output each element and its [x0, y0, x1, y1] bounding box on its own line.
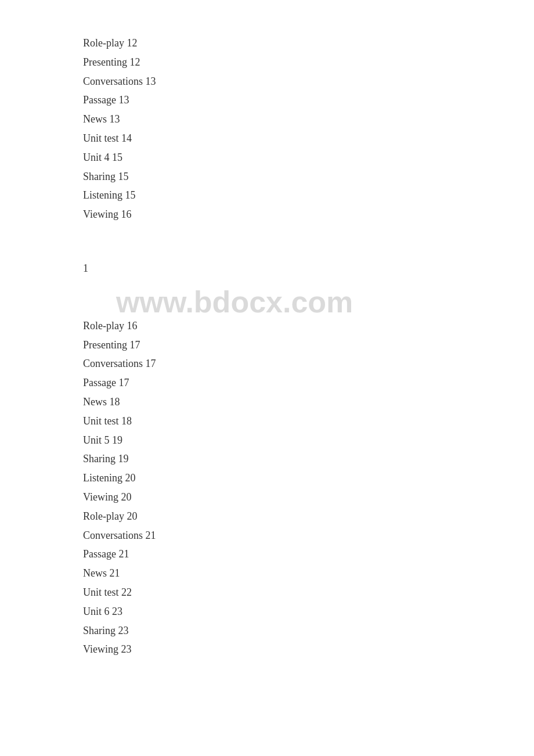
list-item: Presenting 17 — [83, 337, 451, 354]
list-item: Listening 20 — [83, 470, 451, 487]
list-item: Sharing 15 — [83, 168, 451, 185]
list-item: News 21 — [83, 565, 451, 582]
list-item: Passage 13 — [83, 92, 451, 109]
list-item: Sharing 19 — [83, 451, 451, 467]
list-item: Unit 5 19 — [83, 432, 451, 449]
spacer2 — [83, 289, 451, 318]
list-item: Role-play 20 — [83, 508, 451, 525]
list-item: Conversations 17 — [83, 355, 451, 372]
list-item: Listening 15 — [83, 187, 451, 204]
group1-list: Role-play 12Presenting 12Conversations 1… — [83, 35, 451, 223]
list-item: Viewing 20 — [83, 489, 451, 506]
list-item: Unit 4 15 — [83, 149, 451, 166]
list-item: Viewing 16 — [83, 206, 451, 223]
spacer1 — [83, 225, 451, 254]
list-item: Unit test 22 — [83, 584, 451, 601]
list-item: Presenting 12 — [83, 54, 451, 71]
list-item: Role-play 12 — [83, 35, 451, 52]
list-item: Unit test 18 — [83, 413, 451, 430]
page-content: Role-play 12Presenting 12Conversations 1… — [0, 0, 534, 695]
list-item: Conversations 21 — [83, 527, 451, 544]
page-number: 1 — [83, 260, 451, 277]
list-item: News 18 — [83, 394, 451, 411]
list-item: Conversations 13 — [83, 73, 451, 90]
list-item: Passage 21 — [83, 546, 451, 563]
list-item: Unit test 14 — [83, 130, 451, 147]
group2-list: Role-play 16Presenting 17Conversations 1… — [83, 318, 451, 658]
list-item: Sharing 23 — [83, 622, 451, 639]
list-item: Role-play 16 — [83, 318, 451, 334]
list-item: Viewing 23 — [83, 641, 451, 658]
list-item: Passage 17 — [83, 375, 451, 391]
list-item: Unit 6 23 — [83, 603, 451, 620]
list-item: News 13 — [83, 111, 451, 128]
